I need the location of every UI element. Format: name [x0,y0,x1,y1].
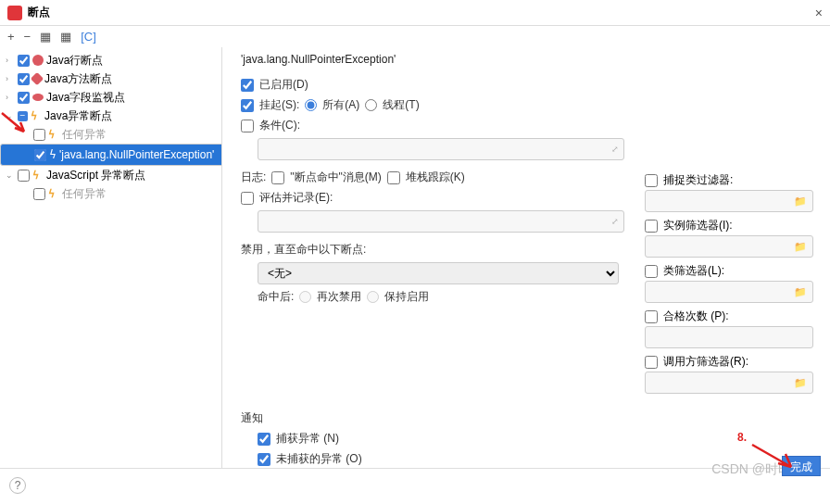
exception-icon: ϟ [32,170,44,181]
tree-item-selected[interactable]: ϟ'java.lang.NullPointerException' [0,144,222,166]
log-stack-checkbox[interactable] [387,171,400,184]
field-watchpoint-icon [32,94,44,101]
condition-label: 条件(C): [259,118,300,133]
disable-until-select[interactable]: <无> [258,262,619,284]
tree-label: 'java.lang.NullPointerException' [59,148,214,161]
keep-label: 保持启用 [384,289,429,305]
tree-label: JavaScript 异常断点 [46,168,145,183]
tree-label: Java异常断点 [44,108,112,124]
keep-radio [367,291,379,303]
tree-checkbox[interactable] [34,149,46,161]
eval-label: 评估并记录(E): [259,190,333,206]
group-by-file-icon[interactable]: ▦ [60,30,71,44]
add-button[interactable]: + [7,30,15,44]
pass-count-checkbox[interactable] [645,310,658,323]
uncaught-label: 未捕获的异常 (O) [276,451,362,467]
app-logo-icon [7,6,22,20]
remove-button[interactable]: − [24,30,31,44]
browse-icon[interactable]: 📁 [794,241,807,253]
redisable-radio [299,291,311,303]
catch-filter-input[interactable]: 📁 [645,190,813,212]
condition-input[interactable] [258,138,624,160]
class-filter-checkbox[interactable] [645,265,658,278]
tree-label: Java行断点 [46,53,103,69]
suspend-checkbox[interactable] [241,99,254,112]
exception-icon: ϟ [49,148,57,161]
caught-checkbox[interactable] [258,433,270,446]
expand-icon[interactable]: ⤢ [611,145,619,154]
condition-checkbox[interactable] [241,120,254,132]
instance-filter-checkbox[interactable] [645,220,658,233]
tree-label: 任何异常 [62,127,107,143]
group-by-class-icon[interactable]: [C] [81,30,96,44]
browse-icon[interactable]: 📁 [794,195,807,208]
method-breakpoint-icon [31,72,44,85]
uncaught-checkbox[interactable] [258,453,270,466]
log-hit-checkbox[interactable] [271,171,284,184]
tree-checkbox[interactable] [33,129,45,141]
tree-checkbox[interactable] [18,92,30,104]
caller-filter-checkbox[interactable] [645,356,658,369]
collapse-icon[interactable]: − [18,111,28,121]
tree-checkbox[interactable] [18,170,30,182]
help-button[interactable]: ? [9,477,26,494]
breakpoint-tree[interactable]: ›Java行断点 ›Java方法断点 ›Java字段监视点 ⌄−ϟJava异常断… [0,47,222,468]
tree-checkbox[interactable] [33,188,45,200]
eval-checkbox[interactable] [241,192,254,205]
exception-icon: ϟ [31,110,42,121]
enabled-checkbox[interactable] [241,79,254,92]
close-icon[interactable]: × [815,6,823,20]
suspend-thread-radio[interactable] [365,99,377,111]
pass-count-label: 合格次数 (P): [663,309,729,324]
line-breakpoint-icon [32,55,44,66]
exception-icon: ϟ [48,129,59,140]
instance-filter-label: 实例筛选器(I): [663,218,733,233]
class-filter-input[interactable]: 📁 [645,281,813,303]
catch-filter-checkbox[interactable] [645,174,658,187]
detail-header: 'java.lang.NullPointerException' [241,53,813,66]
browse-icon[interactable]: 📁 [794,377,807,389]
pass-count-input[interactable] [645,326,813,348]
tree-checkbox[interactable] [18,55,30,67]
catch-filter-label: 捕捉类过滤器: [663,172,733,188]
eval-input[interactable] [258,210,624,233]
tree-label: 任何异常 [62,186,107,202]
log-hit-label: "断点命中"消息(M) [290,170,382,185]
redisable-label: 再次禁用 [317,289,361,305]
instance-filter-input[interactable]: 📁 [645,235,813,258]
caller-filter-input[interactable]: 📁 [645,372,813,394]
caught-label: 捕获异常 (N) [276,431,339,447]
suspend-all-radio[interactable] [305,99,317,111]
exception-icon: ϟ [48,188,59,199]
tree-checkbox[interactable] [18,73,30,85]
tree-label: Java方法断点 [44,71,112,87]
expand-icon[interactable]: ⤢ [611,217,619,226]
caller-filter-label: 调用方筛选器(R): [663,354,748,370]
class-filter-label: 类筛选器(L): [663,263,724,279]
browse-icon[interactable]: 📁 [794,286,807,298]
suspend-thread-label: 线程(T) [383,97,419,113]
log-label: 日志: [241,170,266,185]
notify-label: 通知 [241,410,263,426]
enabled-label: 已启用(D) [259,77,308,93]
group-by-type-icon[interactable]: ▦ [40,30,51,44]
done-button[interactable]: 完成 [782,456,821,476]
tree-label: Java字段监视点 [46,90,125,106]
suspend-label: 挂起(S): [259,97,299,113]
suspend-all-label: 所有(A) [322,97,359,113]
disable-until-label: 禁用，直至命中以下断点: [241,242,366,258]
window-title: 断点 [28,5,50,20]
log-stack-label: 堆栈跟踪(K) [406,170,465,185]
after-hit-label: 命中后: [258,289,294,305]
